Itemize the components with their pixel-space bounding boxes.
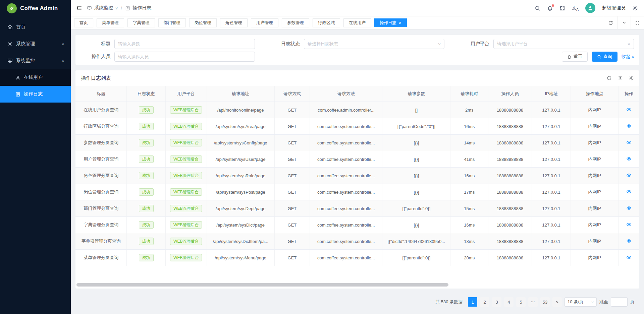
notification-bell-icon[interactable]	[547, 5, 553, 11]
page-button[interactable]: 1	[468, 297, 477, 307]
collapse-sidebar-icon[interactable]	[76, 5, 82, 11]
fullscreen-icon[interactable]	[559, 5, 565, 11]
sidebar-menu: 首页 系统管理 ∨ 系统监控 ∧ 在线用户 操作日志	[0, 19, 71, 314]
sidebar-item-system-management[interactable]: 系统管理 ∨	[0, 36, 71, 52]
refresh-icon[interactable]	[604, 16, 617, 29]
cell-handler: com.coffee.system.controlle...	[310, 200, 382, 217]
operator-input[interactable]	[118, 54, 251, 59]
tab[interactable]: 操作日志 ✕	[374, 18, 407, 27]
cell-request-url: /api/system/sysRole/page	[207, 168, 274, 184]
tab[interactable]: 菜单管理 ✕	[97, 18, 124, 27]
view-detail-eye-icon[interactable]	[626, 255, 632, 260]
user-name[interactable]: 超级管理员	[602, 5, 626, 11]
cell-log-status: 成功	[127, 168, 166, 184]
cell-user-platform: WEB管理后台	[165, 151, 207, 168]
tab[interactable]: 岗位管理 ✕	[189, 18, 217, 27]
cell-user-platform: WEB管理后台	[165, 200, 207, 217]
status-badge: 成功	[139, 254, 154, 261]
horizontal-scrollbar[interactable]	[76, 283, 448, 287]
main-area: 系统监控 ∨ / 操作日志 文A	[71, 0, 644, 314]
tab[interactable]: 首页 ✕	[74, 18, 93, 27]
table-row: 菜单管理分页查询 成功 WEB管理后台 /api/system/sysMenu/…	[75, 250, 639, 266]
cell-title: 部门管理分页查询	[75, 200, 127, 217]
page-button[interactable]: 4	[504, 297, 514, 307]
platform-badge: WEB管理后台	[170, 238, 202, 245]
settings-gear-icon[interactable]	[629, 75, 634, 81]
reset-button[interactable]: 重置	[562, 52, 588, 62]
cell-log-status: 成功	[127, 250, 166, 266]
platform-badge: WEB管理后台	[170, 205, 202, 212]
cell-request-url: /api/system/sysDict/page	[207, 217, 274, 233]
leaf-logo-icon	[7, 3, 17, 13]
platform-badge: WEB管理后台	[170, 172, 202, 179]
monitor-icon	[87, 6, 92, 11]
refresh-icon[interactable]	[606, 75, 612, 81]
view-detail-eye-icon[interactable]	[626, 123, 632, 129]
view-detail-eye-icon[interactable]	[626, 140, 632, 145]
view-detail-eye-icon[interactable]	[626, 205, 632, 211]
jump-page-input[interactable]	[611, 297, 628, 307]
operator-label: 操作人员	[81, 54, 110, 60]
total-count: 共 530 条数据	[435, 299, 463, 305]
collapse-filters-link[interactable]: 收起 ∧	[622, 54, 634, 60]
tab[interactable]: 字典管理 ✕	[127, 18, 155, 27]
settings-gear-icon[interactable]	[632, 5, 638, 11]
log-status-select[interactable]: 请选择日志状态 ∨	[304, 39, 444, 49]
query-button[interactable]: 查询	[592, 52, 618, 62]
page-button[interactable]: 2	[480, 297, 489, 307]
tab[interactable]: 部门管理 ✕	[158, 18, 186, 27]
search-icon[interactable]	[535, 5, 540, 11]
tab[interactable]: 行政区域 ✕	[313, 18, 340, 27]
topbar: 系统监控 ∨ / 操作日志 文A	[71, 0, 644, 16]
title-label: 标题	[81, 41, 110, 47]
tab[interactable]: 在线用户 ✕	[343, 18, 371, 27]
user-platform-select[interactable]: 请选择用户平台 ∨	[493, 39, 634, 49]
notification-badge	[552, 4, 554, 7]
tab[interactable]: 角色管理 ✕	[220, 18, 248, 27]
breadcrumb-parent[interactable]: 系统监控	[94, 5, 113, 11]
cell-ip: 127.0.0.1	[532, 151, 571, 168]
maximize-icon[interactable]	[631, 16, 644, 29]
view-detail-eye-icon[interactable]	[626, 189, 632, 194]
view-detail-eye-icon[interactable]	[626, 107, 632, 112]
cell-params: []	[382, 102, 450, 118]
page-size-select[interactable]: 10 条/页 ∨	[565, 297, 597, 307]
cell-location: 内网IP	[571, 200, 619, 217]
trash-icon	[567, 55, 572, 59]
sidebar-item-online-users[interactable]: 在线用户	[0, 69, 71, 86]
view-detail-eye-icon[interactable]	[626, 222, 632, 227]
next-page-button[interactable]: >	[552, 297, 562, 307]
status-badge: 成功	[139, 238, 154, 245]
cell-request-method: GET	[274, 184, 310, 200]
table-tools	[606, 75, 634, 81]
page-button[interactable]: 3	[492, 297, 501, 307]
title-input[interactable]	[118, 42, 251, 47]
page-button[interactable]: •••	[528, 297, 538, 307]
sidebar-item-system-monitor[interactable]: 系统监控 ∧	[0, 52, 71, 69]
tab[interactable]: 参数管理 ✕	[282, 18, 309, 27]
density-icon[interactable]	[618, 75, 623, 81]
chevron-down-icon[interactable]	[617, 16, 631, 29]
page-button[interactable]: 53	[540, 297, 550, 307]
breadcrumb-current: 操作日志	[132, 5, 151, 11]
jump-unit: 页	[630, 299, 635, 305]
platform-badge: WEB管理后台	[170, 123, 202, 130]
view-detail-eye-icon[interactable]	[626, 238, 632, 244]
cell-duration: 20ms	[450, 250, 488, 266]
cell-handler: com.coffee.system.controlle...	[310, 168, 382, 184]
view-detail-eye-icon[interactable]	[626, 173, 632, 178]
cell-title: 用户管理分页查询	[75, 151, 127, 168]
status-badge: 成功	[139, 155, 154, 163]
sidebar-item-home[interactable]: 首页	[0, 19, 71, 36]
page-button[interactable]: 5	[516, 297, 526, 307]
view-detail-eye-icon[interactable]	[626, 156, 632, 162]
tab[interactable]: 用户管理 ✕	[251, 18, 278, 27]
cell-handler: com.coffee.system.controlle...	[310, 118, 382, 135]
cell-handler: com.coffee.system.controlle...	[310, 184, 382, 200]
avatar[interactable]	[585, 3, 595, 13]
translate-icon[interactable]: 文A	[572, 5, 579, 11]
close-icon[interactable]: ✕	[398, 21, 401, 25]
sidebar-item-operation-log[interactable]: 操作日志	[0, 86, 71, 103]
open-tabs: 首页 ✕ 菜单管理 ✕ 字典管理 ✕ 部门管理 ✕ 岗位管理 ✕	[74, 18, 604, 27]
table-row: 岗位管理分页查询 成功 WEB管理后台 /api/system/sysPost/…	[75, 184, 639, 200]
